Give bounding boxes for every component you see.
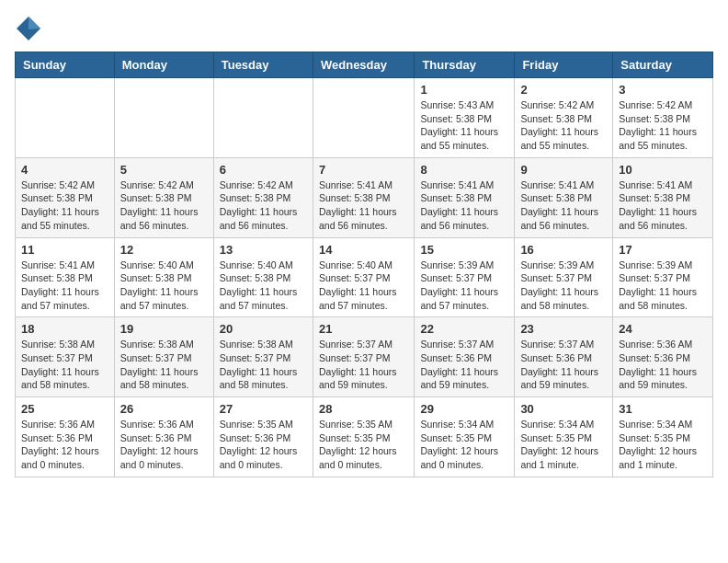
calendar-cell: 31Sunrise: 5:34 AM Sunset: 5:35 PM Dayli… [613, 397, 713, 477]
day-detail: Sunrise: 5:36 AM Sunset: 5:36 PM Dayligh… [120, 418, 208, 472]
day-number: 8 [420, 163, 508, 177]
calendar-table: SundayMondayTuesdayWednesdayThursdayFrid… [15, 52, 713, 477]
day-number: 27 [220, 402, 307, 416]
weekday-header-friday: Friday [515, 52, 613, 78]
day-detail: Sunrise: 5:42 AM Sunset: 5:38 PM Dayligh… [520, 98, 607, 153]
day-number: 5 [120, 163, 208, 177]
calendar-cell: 30Sunrise: 5:34 AM Sunset: 5:35 PM Dayli… [515, 397, 613, 477]
day-detail: Sunrise: 5:41 AM Sunset: 5:38 PM Dayligh… [21, 259, 108, 313]
day-detail: Sunrise: 5:38 AM Sunset: 5:37 PM Dayligh… [21, 338, 108, 392]
calendar-cell [16, 78, 115, 158]
calendar-cell: 7Sunrise: 5:41 AM Sunset: 5:38 PM Daylig… [313, 157, 414, 237]
day-number: 24 [619, 322, 707, 336]
calendar-header-row: SundayMondayTuesdayWednesdayThursdayFrid… [16, 52, 713, 78]
calendar-cell: 15Sunrise: 5:39 AM Sunset: 5:37 PM Dayli… [415, 237, 515, 317]
calendar-cell: 1Sunrise: 5:43 AM Sunset: 5:38 PM Daylig… [415, 78, 515, 158]
day-detail: Sunrise: 5:42 AM Sunset: 5:38 PM Dayligh… [619, 98, 707, 153]
calendar-cell: 3Sunrise: 5:42 AM Sunset: 5:38 PM Daylig… [613, 78, 713, 158]
day-number: 12 [120, 243, 208, 257]
day-detail: Sunrise: 5:40 AM Sunset: 5:38 PM Dayligh… [220, 259, 307, 313]
day-detail: Sunrise: 5:42 AM Sunset: 5:38 PM Dayligh… [220, 178, 307, 233]
day-number: 31 [619, 402, 707, 416]
day-number: 28 [319, 402, 408, 416]
day-detail: Sunrise: 5:35 AM Sunset: 5:36 PM Dayligh… [220, 418, 307, 472]
calendar-cell: 20Sunrise: 5:38 AM Sunset: 5:37 PM Dayli… [213, 317, 313, 397]
day-number: 3 [619, 83, 707, 97]
day-number: 15 [420, 243, 508, 257]
calendar-cell: 17Sunrise: 5:39 AM Sunset: 5:37 PM Dayli… [613, 237, 713, 317]
calendar-cell: 29Sunrise: 5:34 AM Sunset: 5:35 PM Dayli… [415, 397, 515, 477]
day-detail: Sunrise: 5:41 AM Sunset: 5:38 PM Dayligh… [420, 178, 508, 233]
day-detail: Sunrise: 5:36 AM Sunset: 5:36 PM Dayligh… [619, 338, 707, 392]
day-number: 16 [520, 243, 607, 257]
calendar-cell: 9Sunrise: 5:41 AM Sunset: 5:38 PM Daylig… [515, 157, 613, 237]
calendar-cell: 23Sunrise: 5:37 AM Sunset: 5:36 PM Dayli… [515, 317, 613, 397]
calendar-cell: 12Sunrise: 5:40 AM Sunset: 5:38 PM Dayli… [114, 237, 213, 317]
calendar-week-3: 11Sunrise: 5:41 AM Sunset: 5:38 PM Dayli… [16, 237, 713, 317]
calendar-cell: 16Sunrise: 5:39 AM Sunset: 5:37 PM Dayli… [515, 237, 613, 317]
day-number: 19 [120, 322, 208, 336]
day-detail: Sunrise: 5:35 AM Sunset: 5:35 PM Dayligh… [319, 418, 408, 472]
day-detail: Sunrise: 5:38 AM Sunset: 5:37 PM Dayligh… [120, 338, 208, 392]
day-number: 22 [420, 322, 508, 336]
svg-marker-1 [28, 17, 40, 29]
day-number: 11 [21, 243, 108, 257]
day-number: 18 [21, 322, 108, 336]
day-detail: Sunrise: 5:36 AM Sunset: 5:36 PM Dayligh… [21, 418, 108, 472]
day-number: 14 [319, 243, 408, 257]
day-detail: Sunrise: 5:34 AM Sunset: 5:35 PM Dayligh… [520, 418, 607, 472]
day-number: 7 [319, 163, 408, 177]
calendar-cell [114, 78, 213, 158]
day-detail: Sunrise: 5:41 AM Sunset: 5:38 PM Dayligh… [520, 178, 607, 233]
weekday-header-saturday: Saturday [613, 52, 713, 78]
calendar-cell: 27Sunrise: 5:35 AM Sunset: 5:36 PM Dayli… [213, 397, 313, 477]
calendar-cell: 24Sunrise: 5:36 AM Sunset: 5:36 PM Dayli… [613, 317, 713, 397]
calendar-cell: 14Sunrise: 5:40 AM Sunset: 5:37 PM Dayli… [313, 237, 414, 317]
day-number: 4 [21, 163, 108, 177]
logo-icon [15, 15, 42, 42]
calendar-cell: 8Sunrise: 5:41 AM Sunset: 5:38 PM Daylig… [415, 157, 515, 237]
day-detail: Sunrise: 5:40 AM Sunset: 5:37 PM Dayligh… [319, 259, 408, 313]
day-detail: Sunrise: 5:42 AM Sunset: 5:38 PM Dayligh… [21, 178, 108, 233]
calendar-week-5: 25Sunrise: 5:36 AM Sunset: 5:36 PM Dayli… [16, 397, 713, 477]
weekday-header-wednesday: Wednesday [313, 52, 414, 78]
calendar-cell: 25Sunrise: 5:36 AM Sunset: 5:36 PM Dayli… [16, 397, 115, 477]
day-detail: Sunrise: 5:41 AM Sunset: 5:38 PM Dayligh… [619, 178, 707, 233]
calendar-week-2: 4Sunrise: 5:42 AM Sunset: 5:38 PM Daylig… [16, 157, 713, 237]
day-detail: Sunrise: 5:40 AM Sunset: 5:38 PM Dayligh… [120, 259, 208, 313]
calendar-cell: 2Sunrise: 5:42 AM Sunset: 5:38 PM Daylig… [515, 78, 613, 158]
day-detail: Sunrise: 5:39 AM Sunset: 5:37 PM Dayligh… [420, 259, 508, 313]
calendar-cell: 26Sunrise: 5:36 AM Sunset: 5:36 PM Dayli… [114, 397, 213, 477]
day-number: 23 [520, 322, 607, 336]
day-number: 9 [520, 163, 607, 177]
day-number: 13 [220, 243, 307, 257]
day-number: 29 [420, 402, 508, 416]
weekday-header-monday: Monday [114, 52, 213, 78]
day-detail: Sunrise: 5:37 AM Sunset: 5:37 PM Dayligh… [319, 338, 408, 392]
calendar-cell [313, 78, 414, 158]
day-detail: Sunrise: 5:34 AM Sunset: 5:35 PM Dayligh… [619, 418, 707, 472]
day-number: 30 [520, 402, 607, 416]
calendar-cell: 21Sunrise: 5:37 AM Sunset: 5:37 PM Dayli… [313, 317, 414, 397]
day-detail: Sunrise: 5:37 AM Sunset: 5:36 PM Dayligh… [520, 338, 607, 392]
calendar-cell: 11Sunrise: 5:41 AM Sunset: 5:38 PM Dayli… [16, 237, 115, 317]
day-detail: Sunrise: 5:43 AM Sunset: 5:38 PM Dayligh… [420, 98, 508, 153]
day-detail: Sunrise: 5:41 AM Sunset: 5:38 PM Dayligh… [319, 178, 408, 233]
day-number: 21 [319, 322, 408, 336]
day-detail: Sunrise: 5:42 AM Sunset: 5:38 PM Dayligh… [120, 178, 208, 233]
calendar-cell: 10Sunrise: 5:41 AM Sunset: 5:38 PM Dayli… [613, 157, 713, 237]
logo [15, 15, 46, 42]
calendar-cell: 18Sunrise: 5:38 AM Sunset: 5:37 PM Dayli… [16, 317, 115, 397]
page-header [15, 15, 713, 42]
day-number: 20 [220, 322, 307, 336]
calendar-cell: 19Sunrise: 5:38 AM Sunset: 5:37 PM Dayli… [114, 317, 213, 397]
calendar-cell: 4Sunrise: 5:42 AM Sunset: 5:38 PM Daylig… [16, 157, 115, 237]
day-detail: Sunrise: 5:39 AM Sunset: 5:37 PM Dayligh… [619, 259, 707, 313]
day-detail: Sunrise: 5:37 AM Sunset: 5:36 PM Dayligh… [420, 338, 508, 392]
day-number: 26 [120, 402, 208, 416]
day-number: 2 [520, 83, 607, 97]
calendar-cell: 13Sunrise: 5:40 AM Sunset: 5:38 PM Dayli… [213, 237, 313, 317]
weekday-header-sunday: Sunday [16, 52, 115, 78]
day-detail: Sunrise: 5:34 AM Sunset: 5:35 PM Dayligh… [420, 418, 508, 472]
calendar-cell: 22Sunrise: 5:37 AM Sunset: 5:36 PM Dayli… [415, 317, 515, 397]
